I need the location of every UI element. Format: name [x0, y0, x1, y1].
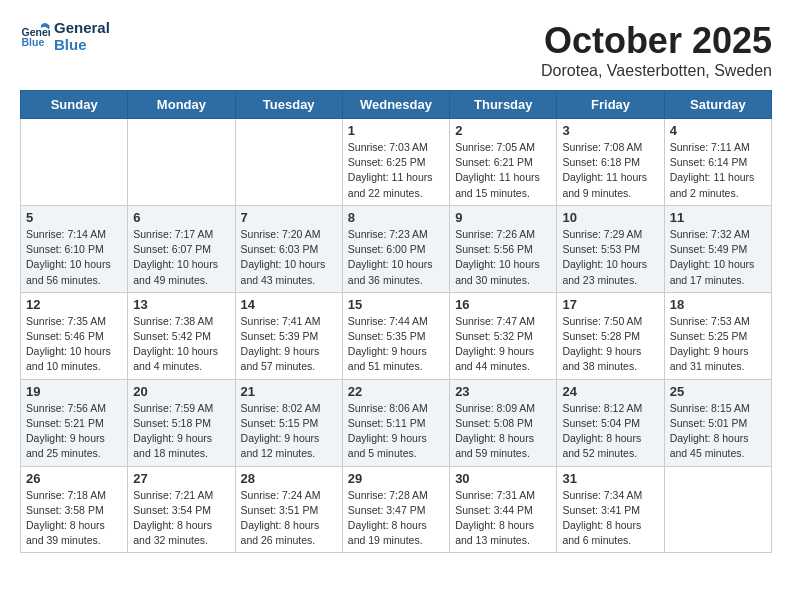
day-number: 15 [348, 297, 444, 312]
day-number: 25 [670, 384, 766, 399]
day-number: 22 [348, 384, 444, 399]
calendar-cell: 4Sunrise: 7:11 AMSunset: 6:14 PMDaylight… [664, 119, 771, 206]
day-number: 4 [670, 123, 766, 138]
calendar-week-1: 1Sunrise: 7:03 AMSunset: 6:25 PMDaylight… [21, 119, 772, 206]
day-number: 5 [26, 210, 122, 225]
calendar-cell: 10Sunrise: 7:29 AMSunset: 5:53 PMDayligh… [557, 205, 664, 292]
day-info: Sunrise: 7:35 AMSunset: 5:46 PMDaylight:… [26, 314, 122, 375]
day-info: Sunrise: 7:47 AMSunset: 5:32 PMDaylight:… [455, 314, 551, 375]
svg-text:Blue: Blue [22, 36, 45, 48]
day-info: Sunrise: 7:24 AMSunset: 3:51 PMDaylight:… [241, 488, 337, 549]
day-info: Sunrise: 7:26 AMSunset: 5:56 PMDaylight:… [455, 227, 551, 288]
calendar-cell: 20Sunrise: 7:59 AMSunset: 5:18 PMDayligh… [128, 379, 235, 466]
day-number: 13 [133, 297, 229, 312]
day-info: Sunrise: 8:09 AMSunset: 5:08 PMDaylight:… [455, 401, 551, 462]
day-number: 17 [562, 297, 658, 312]
logo-line1: General [54, 20, 110, 37]
calendar-cell: 2Sunrise: 7:05 AMSunset: 6:21 PMDaylight… [450, 119, 557, 206]
day-info: Sunrise: 7:29 AMSunset: 5:53 PMDaylight:… [562, 227, 658, 288]
calendar-cell: 28Sunrise: 7:24 AMSunset: 3:51 PMDayligh… [235, 466, 342, 553]
calendar-cell: 25Sunrise: 8:15 AMSunset: 5:01 PMDayligh… [664, 379, 771, 466]
day-number: 16 [455, 297, 551, 312]
day-number: 6 [133, 210, 229, 225]
calendar-cell: 27Sunrise: 7:21 AMSunset: 3:54 PMDayligh… [128, 466, 235, 553]
day-header-saturday: Saturday [664, 91, 771, 119]
day-info: Sunrise: 7:59 AMSunset: 5:18 PMDaylight:… [133, 401, 229, 462]
calendar-cell: 19Sunrise: 7:56 AMSunset: 5:21 PMDayligh… [21, 379, 128, 466]
calendar-cell: 24Sunrise: 8:12 AMSunset: 5:04 PMDayligh… [557, 379, 664, 466]
logo-line2: Blue [54, 37, 110, 54]
day-header-sunday: Sunday [21, 91, 128, 119]
calendar-cell: 5Sunrise: 7:14 AMSunset: 6:10 PMDaylight… [21, 205, 128, 292]
day-number: 24 [562, 384, 658, 399]
calendar-header-row: SundayMondayTuesdayWednesdayThursdayFrid… [21, 91, 772, 119]
day-number: 3 [562, 123, 658, 138]
calendar-cell: 6Sunrise: 7:17 AMSunset: 6:07 PMDaylight… [128, 205, 235, 292]
calendar-cell: 14Sunrise: 7:41 AMSunset: 5:39 PMDayligh… [235, 292, 342, 379]
title-section: October 2025 Dorotea, Vaesterbotten, Swe… [541, 20, 772, 80]
day-info: Sunrise: 8:15 AMSunset: 5:01 PMDaylight:… [670, 401, 766, 462]
day-info: Sunrise: 7:31 AMSunset: 3:44 PMDaylight:… [455, 488, 551, 549]
day-info: Sunrise: 7:34 AMSunset: 3:41 PMDaylight:… [562, 488, 658, 549]
day-number: 1 [348, 123, 444, 138]
day-number: 29 [348, 471, 444, 486]
calendar-week-4: 19Sunrise: 7:56 AMSunset: 5:21 PMDayligh… [21, 379, 772, 466]
day-info: Sunrise: 7:03 AMSunset: 6:25 PMDaylight:… [348, 140, 444, 201]
day-number: 27 [133, 471, 229, 486]
day-number: 30 [455, 471, 551, 486]
day-info: Sunrise: 7:20 AMSunset: 6:03 PMDaylight:… [241, 227, 337, 288]
day-number: 9 [455, 210, 551, 225]
calendar-cell: 13Sunrise: 7:38 AMSunset: 5:42 PMDayligh… [128, 292, 235, 379]
day-number: 19 [26, 384, 122, 399]
day-number: 28 [241, 471, 337, 486]
calendar-cell: 16Sunrise: 7:47 AMSunset: 5:32 PMDayligh… [450, 292, 557, 379]
day-info: Sunrise: 7:56 AMSunset: 5:21 PMDaylight:… [26, 401, 122, 462]
day-number: 26 [26, 471, 122, 486]
calendar-cell: 31Sunrise: 7:34 AMSunset: 3:41 PMDayligh… [557, 466, 664, 553]
day-info: Sunrise: 7:28 AMSunset: 3:47 PMDaylight:… [348, 488, 444, 549]
calendar-cell: 15Sunrise: 7:44 AMSunset: 5:35 PMDayligh… [342, 292, 449, 379]
calendar-cell: 3Sunrise: 7:08 AMSunset: 6:18 PMDaylight… [557, 119, 664, 206]
calendar-cell: 12Sunrise: 7:35 AMSunset: 5:46 PMDayligh… [21, 292, 128, 379]
logo: General Blue General Blue [20, 20, 110, 53]
month-title: October 2025 [541, 20, 772, 62]
logo-icon: General Blue [20, 22, 50, 52]
day-info: Sunrise: 7:11 AMSunset: 6:14 PMDaylight:… [670, 140, 766, 201]
calendar-cell [664, 466, 771, 553]
calendar-week-2: 5Sunrise: 7:14 AMSunset: 6:10 PMDaylight… [21, 205, 772, 292]
day-info: Sunrise: 7:44 AMSunset: 5:35 PMDaylight:… [348, 314, 444, 375]
calendar-cell: 21Sunrise: 8:02 AMSunset: 5:15 PMDayligh… [235, 379, 342, 466]
calendar-cell [128, 119, 235, 206]
day-header-monday: Monday [128, 91, 235, 119]
calendar-cell: 30Sunrise: 7:31 AMSunset: 3:44 PMDayligh… [450, 466, 557, 553]
day-number: 14 [241, 297, 337, 312]
location: Dorotea, Vaesterbotten, Sweden [541, 62, 772, 80]
day-info: Sunrise: 7:53 AMSunset: 5:25 PMDaylight:… [670, 314, 766, 375]
day-number: 2 [455, 123, 551, 138]
day-number: 31 [562, 471, 658, 486]
day-info: Sunrise: 8:12 AMSunset: 5:04 PMDaylight:… [562, 401, 658, 462]
day-number: 20 [133, 384, 229, 399]
day-number: 12 [26, 297, 122, 312]
calendar-cell [21, 119, 128, 206]
day-info: Sunrise: 7:08 AMSunset: 6:18 PMDaylight:… [562, 140, 658, 201]
calendar-cell: 23Sunrise: 8:09 AMSunset: 5:08 PMDayligh… [450, 379, 557, 466]
day-header-wednesday: Wednesday [342, 91, 449, 119]
day-info: Sunrise: 7:21 AMSunset: 3:54 PMDaylight:… [133, 488, 229, 549]
day-info: Sunrise: 7:18 AMSunset: 3:58 PMDaylight:… [26, 488, 122, 549]
calendar-cell: 22Sunrise: 8:06 AMSunset: 5:11 PMDayligh… [342, 379, 449, 466]
calendar-cell [235, 119, 342, 206]
day-header-friday: Friday [557, 91, 664, 119]
day-info: Sunrise: 7:14 AMSunset: 6:10 PMDaylight:… [26, 227, 122, 288]
calendar-cell: 26Sunrise: 7:18 AMSunset: 3:58 PMDayligh… [21, 466, 128, 553]
calendar-cell: 9Sunrise: 7:26 AMSunset: 5:56 PMDaylight… [450, 205, 557, 292]
day-info: Sunrise: 8:02 AMSunset: 5:15 PMDaylight:… [241, 401, 337, 462]
calendar-table: SundayMondayTuesdayWednesdayThursdayFrid… [20, 90, 772, 553]
day-number: 8 [348, 210, 444, 225]
day-number: 23 [455, 384, 551, 399]
day-info: Sunrise: 7:17 AMSunset: 6:07 PMDaylight:… [133, 227, 229, 288]
day-number: 21 [241, 384, 337, 399]
calendar-cell: 17Sunrise: 7:50 AMSunset: 5:28 PMDayligh… [557, 292, 664, 379]
day-info: Sunrise: 8:06 AMSunset: 5:11 PMDaylight:… [348, 401, 444, 462]
calendar-cell: 11Sunrise: 7:32 AMSunset: 5:49 PMDayligh… [664, 205, 771, 292]
